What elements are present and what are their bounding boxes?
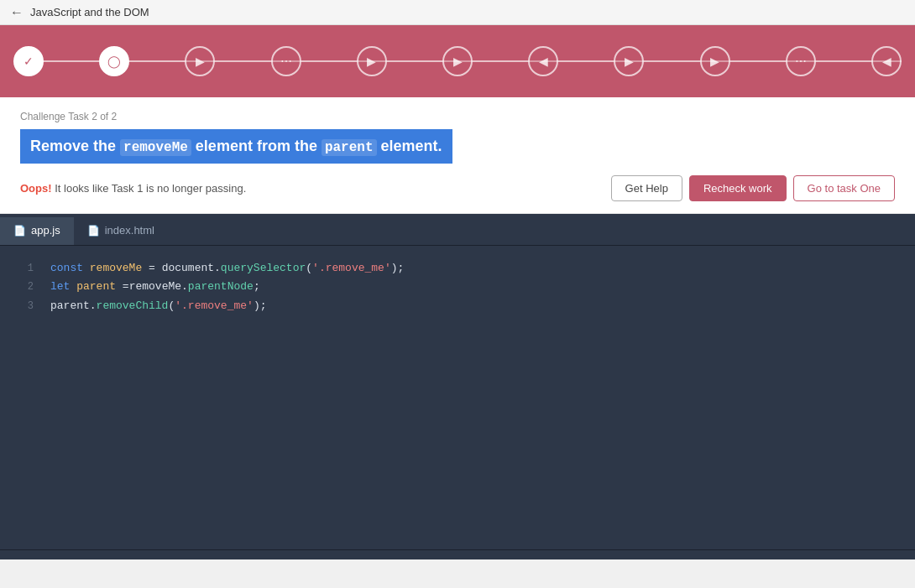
code-text-1: const removeMe = document.querySelector(… [50, 259, 404, 278]
token-semi2: ; [254, 280, 260, 293]
progress-spacer-8 [644, 60, 699, 62]
person-icon: ◯ [107, 55, 121, 68]
page-title: JavaScript and the DOM [30, 6, 149, 18]
token-semi3: ); [254, 299, 267, 312]
play-icon-3: ▶ [196, 55, 205, 68]
challenge-code1: removeMe [120, 139, 191, 156]
editor-tabs: 📄 app.js 📄 index.html [0, 214, 915, 246]
token-removeMe: removeMe [90, 262, 142, 274]
play-icon-5: ▶ [367, 55, 376, 68]
progress-step-2[interactable]: ◯ [99, 46, 129, 76]
token-semi1: ); [391, 262, 405, 274]
token-removeMe2: removeMe. [129, 280, 188, 293]
play-left-icon-7: ◀ [539, 55, 548, 68]
code-line-2: 2 let parent =removeMe.parentNode; [0, 278, 915, 296]
code-line-1: 1 const removeMe = document.querySelecto… [0, 259, 915, 278]
token-parentNode: parentNode [188, 280, 254, 293]
token-str2: '.remove_me' [175, 299, 254, 312]
progress-step-11[interactable]: ◀ [871, 46, 902, 76]
token-parent2: parent. [50, 299, 97, 312]
play-left-icon-11: ◀ [882, 55, 891, 68]
tab-label-appjs: app.js [31, 224, 60, 237]
go-to-task-one-button[interactable]: Go to task One [793, 175, 895, 201]
progress-step-3[interactable]: ▶ [185, 46, 215, 76]
challenge-code2: parent [322, 139, 377, 156]
progress-track: ✓ ◯ ▶ ⋯ ▶ ▶ ◀ ▶ ▶ [13, 46, 902, 76]
progress-step-1[interactable]: ✓ [13, 46, 44, 76]
token-const: const [50, 262, 90, 274]
progress-step-10[interactable]: ⋯ [786, 46, 816, 76]
token-removeChild: removeChild [97, 299, 169, 312]
challenge-title-prefix: Remove the [30, 138, 120, 154]
dots-icon-4: ⋯ [280, 55, 292, 68]
challenge-label: Challenge Task 2 of 2 [20, 111, 895, 122]
code-text-2: let parent =removeMe.parentNode; [50, 278, 260, 296]
get-help-button[interactable]: Get Help [611, 175, 682, 201]
progress-step-5[interactable]: ▶ [357, 46, 387, 76]
title-bar: ← JavaScript and the DOM [0, 0, 915, 25]
oops-detail: It looks like Task 1 is no longer passin… [52, 182, 247, 195]
challenge-title-suffix: element. [377, 138, 442, 154]
progress-step-9[interactable]: ▶ [700, 46, 730, 76]
progress-spacer-2 [129, 60, 185, 62]
action-bar: Oops! It looks like Task 1 is no longer … [0, 164, 915, 214]
oops-message: Oops! It looks like Task 1 is no longer … [20, 182, 246, 195]
progress-spacer-1 [44, 60, 99, 62]
progress-spacer-9 [730, 60, 786, 62]
token-eq1: = [142, 262, 161, 274]
action-buttons: Get Help Recheck work Go to task One [611, 175, 895, 201]
progress-spacer-5 [387, 60, 442, 62]
progress-spacer-7 [558, 60, 614, 62]
tab-app-js[interactable]: 📄 app.js [0, 217, 74, 245]
play-icon-9: ▶ [710, 55, 719, 68]
file-icon-indexhtml: 📄 [87, 225, 100, 237]
bottom-scroll-bar[interactable] [0, 549, 915, 559]
challenge-title-middle: element from the [191, 138, 322, 154]
progress-step-6[interactable]: ▶ [442, 46, 473, 76]
line-number-2: 2 [13, 278, 34, 295]
recheck-work-button[interactable]: Recheck work [689, 175, 787, 201]
line-number-3: 3 [13, 298, 34, 315]
code-text-3: parent.removeChild('.remove_me'); [50, 297, 266, 315]
code-line-3: 3 parent.removeChild('.remove_me'); [0, 297, 915, 315]
progress-bar: ✓ ◯ ▶ ⋯ ▶ ▶ ◀ ▶ ▶ [0, 25, 915, 97]
tab-label-indexhtml: index.html [105, 224, 154, 237]
editor-area: 📄 app.js 📄 index.html 1 const removeMe =… [0, 214, 915, 549]
progress-spacer-6 [473, 60, 528, 62]
token-querySelector: querySelector [221, 262, 306, 274]
oops-keyword: Oops! [20, 182, 52, 195]
dots-icon-10: ⋯ [795, 55, 807, 68]
token-str1: '.remove_me' [312, 262, 391, 274]
editor-content: 1 const removeMe = document.querySelecto… [0, 246, 915, 328]
play-icon-8: ▶ [625, 55, 634, 68]
token-paren1: ( [306, 262, 312, 274]
line-number-1: 1 [13, 260, 34, 277]
token-parent: parent [76, 280, 116, 293]
challenge-title: Remove the removeMe element from the par… [20, 129, 452, 164]
progress-step-7[interactable]: ◀ [528, 46, 558, 76]
challenge-area: Challenge Task 2 of 2 Remove the removeM… [0, 97, 915, 164]
progress-spacer-3 [215, 60, 270, 62]
progress-step-8[interactable]: ▶ [614, 46, 644, 76]
file-icon-appjs: 📄 [13, 225, 26, 237]
token-eq2: = [116, 280, 129, 293]
token-let: let [50, 280, 76, 293]
progress-spacer-10 [816, 60, 871, 62]
back-button[interactable]: ← [10, 5, 24, 20]
check-icon: ✓ [24, 55, 34, 68]
token-document: document. [162, 262, 221, 274]
progress-spacer-4 [301, 60, 357, 62]
tab-index-html[interactable]: 📄 index.html [74, 217, 168, 245]
progress-step-4[interactable]: ⋯ [271, 46, 301, 76]
play-icon-6: ▶ [453, 55, 463, 68]
